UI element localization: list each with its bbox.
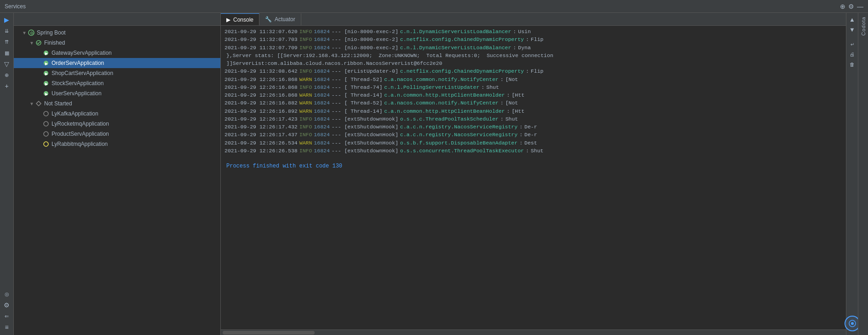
lykafka-label: LyKafkaApplication xyxy=(52,110,98,117)
tab-actuator[interactable]: 🔧 Actuator xyxy=(259,13,301,25)
finished-icon xyxy=(35,39,42,46)
svg-point-16 xyxy=(44,142,48,146)
tree-item-gateway[interactable]: ▶ GatewayServApplication xyxy=(14,48,220,58)
tree-item-lykafka[interactable]: LyKafkaApplication xyxy=(14,109,220,119)
right-toolbar: ▲ ▼ ↵ 🖨 🗑 xyxy=(846,13,858,335)
services-tree[interactable]: ▼ ⚙ Spring Boot ▼ Finished xyxy=(14,26,220,335)
tree-item-productserv[interactable]: ProductServApplication xyxy=(14,129,220,139)
console-tab-icon: ▶ xyxy=(226,17,230,23)
svg-text:▶: ▶ xyxy=(45,72,48,76)
log-class-link[interactable]: c.a.nacos.common.notify.NotifyCenter xyxy=(384,75,498,83)
spring-boot-label: Spring Boot xyxy=(37,29,66,36)
tree-item-spring-boot[interactable]: ▼ ⚙ Spring Boot xyxy=(14,28,220,38)
user-app-icon: ▶ xyxy=(42,90,50,97)
scroll-down-button[interactable]: ▼ xyxy=(848,25,857,34)
import-button[interactable]: ⇐ xyxy=(2,311,12,321)
print-button[interactable]: 🖨 xyxy=(848,50,857,59)
log-line: 2021-09-29 12:26:17.437 INFO 16824 --- [… xyxy=(224,131,842,139)
gateway-app-icon: ▶ xyxy=(42,49,50,57)
tree-item-order[interactable]: ▶ OrderServApplication xyxy=(14,58,220,68)
filter-button[interactable]: ▽ xyxy=(2,59,12,69)
lyrabbitmq-label: LyRabbitmqApplication xyxy=(52,141,108,147)
arrow-finished: ▼ xyxy=(29,40,35,46)
svg-point-15 xyxy=(44,132,48,136)
tree-item-shopcart[interactable]: ▶ ShopCartServApplication xyxy=(14,68,220,78)
services-panel: ▼ ⚙ Spring Boot ▼ Finished xyxy=(14,13,221,335)
log-class-link[interactable]: c.a.n.common.http.HttpClientBeanHolder xyxy=(384,107,505,115)
console-content[interactable]: 2021-09-29 11:32:07.620 INFO 16824 --- [… xyxy=(221,26,846,329)
services-toolbar xyxy=(14,13,220,26)
pin-button[interactable]: ⊕ xyxy=(2,70,12,80)
tree-item-not-started[interactable]: ▼ Not Started xyxy=(14,98,220,109)
finished-label: Finished xyxy=(44,40,65,46)
tree-item-lyrabbitmq[interactable]: LyRabbitmqApplication xyxy=(14,139,220,149)
clear-console-button[interactable]: 🗑 xyxy=(848,60,857,69)
arrow-not-started: ▼ xyxy=(29,101,35,106)
actuator-tab-icon: 🔧 xyxy=(265,16,272,23)
tree-item-user[interactable]: ▶ UserServApplication xyxy=(14,88,220,98)
menu-button[interactable]: ≡ xyxy=(2,322,12,332)
stock-app-icon: ▶ xyxy=(42,80,50,87)
lyrocketmq-label: LyRocketmqApplication xyxy=(52,121,109,127)
svg-text:▶: ▶ xyxy=(45,92,48,96)
globe-icon[interactable]: ⊕ xyxy=(840,3,845,10)
tree-item-lyrocketmq[interactable]: LyRocketmqApplication xyxy=(14,119,220,129)
bottom-scrollbar[interactable] xyxy=(221,329,846,335)
log-class-link[interactable]: c.netflix.config.ChainedDynamicProperty xyxy=(400,35,524,43)
tab-console[interactable]: ▶ Console xyxy=(221,13,259,25)
stock-label: StockServApplication xyxy=(52,80,103,87)
codota-label: Codota xyxy=(861,17,866,35)
svg-text:⚙: ⚙ xyxy=(30,31,34,35)
gateway-label: GatewayServApplication xyxy=(52,50,112,56)
log-class-link[interactable]: c.a.c.n.registry.NacosServiceRegistry xyxy=(400,123,517,131)
minimize-icon[interactable]: — xyxy=(857,3,863,10)
add-button[interactable]: + xyxy=(2,81,12,91)
log-line: 2021-09-29 11:32:07.620 INFO 16824 --- [… xyxy=(224,28,842,35)
shopcart-app-icon: ▶ xyxy=(42,69,50,77)
order-label: OrderServApplication xyxy=(52,60,104,66)
console-tabs: ▶ Console 🔧 Actuator xyxy=(221,13,846,26)
group-button[interactable]: ▦ xyxy=(2,48,12,58)
tree-item-stock[interactable]: ▶ StockServApplication xyxy=(14,78,220,88)
not-started-icon xyxy=(35,100,42,107)
log-class-link[interactable]: c.n.l.PollingServerListUpdater xyxy=(384,83,479,91)
wrap-lines-button[interactable]: ↵ xyxy=(848,40,857,49)
log-line: 2021-09-29 12:26:26.534 WARN 16824 --- [… xyxy=(224,139,842,147)
collapse-all-button[interactable]: ⇈ xyxy=(2,37,12,47)
lyrocketmq-icon xyxy=(42,120,50,127)
title-bar: Services ⊕ ⚙ — xyxy=(0,0,868,13)
productserv-icon xyxy=(42,130,50,138)
arrow-spring-boot: ▼ xyxy=(21,30,28,35)
horizontal-scrollbar-thumb[interactable] xyxy=(223,331,315,335)
log-class-link[interactable]: c.a.n.common.http.HttpClientBeanHolder xyxy=(384,91,505,99)
log-class-link[interactable]: c.a.nacos.common.notify.NotifyCenter xyxy=(384,99,498,107)
productserv-label: ProductServApplication xyxy=(52,131,109,137)
scroll-up-button[interactable]: ▲ xyxy=(848,15,857,24)
lykafka-icon xyxy=(42,110,50,117)
gear-button[interactable]: ⚙ xyxy=(2,300,12,310)
lyrabbitmq-icon xyxy=(42,140,50,148)
actuator-tab-label: Actuator xyxy=(275,16,295,23)
settings-icon[interactable]: ⚙ xyxy=(848,3,854,10)
log-class-link[interactable]: c.n.l.DynamicServerListLoadBalancer xyxy=(400,28,512,35)
run-button[interactable]: ▶ xyxy=(2,15,12,25)
order-app-icon: ▶ xyxy=(42,59,50,67)
main-layout: ▶ ⇊ ⇈ ▦ ▽ ⊕ + ◎ ⚙ ⇐ ≡ ▼ ⚙ Spring Boot xyxy=(0,13,868,335)
log-class-link[interactable]: c.netflix.config.ChainedDynamicProperty xyxy=(400,67,524,75)
expand-all-button[interactable]: ⇊ xyxy=(2,26,12,36)
log-line: 2021-09-29 12:26:16.882 WARN 16824 --- [… xyxy=(224,99,842,107)
log-line: 2021-09-29 12:26:16.868 WARN 16824 --- [… xyxy=(224,75,842,83)
log-line: 2021-09-29 12:26:16.892 WARN 16824 --- [… xyxy=(224,107,842,115)
log-class-link[interactable]: o.s.s.c.ThreadPoolTaskScheduler xyxy=(400,115,499,123)
log-line: 2021-09-29 11:32:07.709 INFO 16824 --- [… xyxy=(224,44,842,52)
camera-button[interactable]: ◎ xyxy=(2,289,12,299)
log-class-link[interactable]: c.n.l.DynamicServerListLoadBalancer xyxy=(400,44,512,52)
log-class-link[interactable]: o.s.s.concurrent.ThreadPoolTaskExecutor xyxy=(400,147,524,155)
log-line: 2021-09-29 12:26:17.432 INFO 16824 --- [… xyxy=(224,123,842,131)
tree-item-finished[interactable]: ▼ Finished xyxy=(14,38,220,48)
process-finished-text: Process finished with exit code 130 xyxy=(224,155,842,174)
log-class-link[interactable]: c.a.c.n.registry.NacosServiceRegistry xyxy=(400,131,517,139)
log-class-link[interactable]: o.s.b.f.support.DisposableBeanAdapter xyxy=(400,139,517,147)
log-line: 2021-09-29 12:26:16.868 INFO 16824 --- [… xyxy=(224,83,842,91)
log-multiline: ]]ServerList:com.alibaba.cloud.nacos.rib… xyxy=(224,59,842,67)
